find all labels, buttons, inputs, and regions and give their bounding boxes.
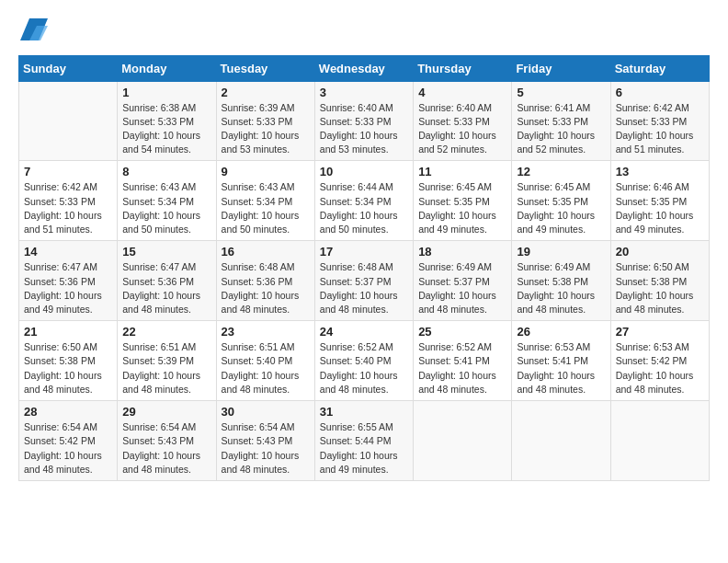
calendar-week-row: 14Sunrise: 6:47 AMSunset: 5:36 PMDayligh… <box>19 241 710 321</box>
day-number: 28 <box>24 405 112 419</box>
logo-icon <box>20 18 48 40</box>
calendar-week-row: 7Sunrise: 6:42 AMSunset: 5:33 PMDaylight… <box>19 161 710 241</box>
day-number: 18 <box>418 245 506 259</box>
day-info: Sunrise: 6:48 AMSunset: 5:36 PMDaylight:… <box>222 260 310 316</box>
calendar-cell: 5Sunrise: 6:41 AMSunset: 5:33 PMDaylight… <box>512 81 610 161</box>
calendar-header-row: SundayMondayTuesdayWednesdayThursdayFrid… <box>19 55 710 81</box>
weekday-header: Tuesday <box>216 55 314 81</box>
day-info: Sunrise: 6:43 AMSunset: 5:34 PMDaylight:… <box>122 180 210 236</box>
day-info: Sunrise: 6:42 AMSunset: 5:33 PMDaylight:… <box>24 180 112 236</box>
calendar-cell: 12Sunrise: 6:45 AMSunset: 5:35 PMDayligh… <box>512 161 610 241</box>
calendar-cell: 30Sunrise: 6:54 AMSunset: 5:43 PMDayligh… <box>216 401 314 481</box>
day-number: 29 <box>122 405 210 419</box>
day-info: Sunrise: 6:38 AMSunset: 5:33 PMDaylight:… <box>122 101 210 157</box>
calendar-cell: 28Sunrise: 6:54 AMSunset: 5:42 PMDayligh… <box>19 401 118 481</box>
day-number: 7 <box>24 165 112 178</box>
calendar-cell: 23Sunrise: 6:51 AMSunset: 5:40 PMDayligh… <box>216 321 314 401</box>
day-info: Sunrise: 6:44 AMSunset: 5:34 PMDaylight:… <box>320 180 408 236</box>
day-number: 20 <box>616 245 704 259</box>
day-number: 4 <box>418 86 506 99</box>
day-number: 3 <box>320 86 408 99</box>
calendar-cell: 26Sunrise: 6:53 AMSunset: 5:41 PMDayligh… <box>512 321 610 401</box>
day-number: 25 <box>418 325 506 339</box>
day-info: Sunrise: 6:47 AMSunset: 5:36 PMDaylight:… <box>24 260 112 316</box>
calendar-cell: 7Sunrise: 6:42 AMSunset: 5:33 PMDaylight… <box>19 161 118 241</box>
day-number: 12 <box>517 165 605 178</box>
calendar-cell: 20Sunrise: 6:50 AMSunset: 5:38 PMDayligh… <box>610 241 709 321</box>
day-info: Sunrise: 6:53 AMSunset: 5:41 PMDaylight:… <box>517 340 605 396</box>
calendar-cell: 4Sunrise: 6:40 AMSunset: 5:33 PMDaylight… <box>414 81 512 161</box>
calendar-cell: 17Sunrise: 6:48 AMSunset: 5:37 PMDayligh… <box>314 241 413 321</box>
day-number: 10 <box>320 165 408 178</box>
calendar-cell <box>512 401 610 481</box>
calendar-cell: 9Sunrise: 6:43 AMSunset: 5:34 PMDaylight… <box>216 161 314 241</box>
day-info: Sunrise: 6:50 AMSunset: 5:38 PMDaylight:… <box>616 260 704 316</box>
day-info: Sunrise: 6:51 AMSunset: 5:40 PMDaylight:… <box>222 340 310 396</box>
day-info: Sunrise: 6:45 AMSunset: 5:35 PMDaylight:… <box>517 180 605 236</box>
day-number: 8 <box>122 165 210 178</box>
day-info: Sunrise: 6:41 AMSunset: 5:33 PMDaylight:… <box>517 101 605 157</box>
weekday-header: Sunday <box>19 55 118 81</box>
day-info: Sunrise: 6:49 AMSunset: 5:37 PMDaylight:… <box>418 260 506 316</box>
calendar-cell: 1Sunrise: 6:38 AMSunset: 5:33 PMDaylight… <box>118 81 216 161</box>
calendar-cell <box>610 401 709 481</box>
calendar-cell: 29Sunrise: 6:54 AMSunset: 5:43 PMDayligh… <box>118 401 216 481</box>
logo-text <box>18 18 48 46</box>
day-info: Sunrise: 6:39 AMSunset: 5:33 PMDaylight:… <box>222 101 310 157</box>
day-info: Sunrise: 6:46 AMSunset: 5:35 PMDaylight:… <box>616 180 704 236</box>
day-number: 11 <box>418 165 506 178</box>
calendar-cell: 10Sunrise: 6:44 AMSunset: 5:34 PMDayligh… <box>314 161 413 241</box>
day-number: 2 <box>222 86 310 99</box>
day-info: Sunrise: 6:54 AMSunset: 5:42 PMDaylight:… <box>24 420 112 477</box>
weekday-header: Wednesday <box>314 55 413 81</box>
calendar-cell: 6Sunrise: 6:42 AMSunset: 5:33 PMDaylight… <box>610 81 709 161</box>
day-number: 21 <box>24 325 112 339</box>
day-info: Sunrise: 6:51 AMSunset: 5:39 PMDaylight:… <box>122 340 210 396</box>
day-info: Sunrise: 6:48 AMSunset: 5:37 PMDaylight:… <box>320 260 408 316</box>
day-info: Sunrise: 6:52 AMSunset: 5:41 PMDaylight:… <box>418 340 506 396</box>
calendar-cell: 13Sunrise: 6:46 AMSunset: 5:35 PMDayligh… <box>610 161 709 241</box>
day-number: 30 <box>222 405 310 419</box>
weekday-header: Friday <box>512 55 610 81</box>
day-number: 6 <box>616 86 704 99</box>
calendar-cell: 22Sunrise: 6:51 AMSunset: 5:39 PMDayligh… <box>118 321 216 401</box>
day-info: Sunrise: 6:50 AMSunset: 5:38 PMDaylight:… <box>24 340 112 396</box>
weekday-header: Monday <box>118 55 216 81</box>
calendar-week-row: 28Sunrise: 6:54 AMSunset: 5:42 PMDayligh… <box>19 401 710 481</box>
calendar-week-row: 21Sunrise: 6:50 AMSunset: 5:38 PMDayligh… <box>19 321 710 401</box>
calendar-cell: 3Sunrise: 6:40 AMSunset: 5:33 PMDaylight… <box>314 81 413 161</box>
day-number: 22 <box>122 325 210 339</box>
day-info: Sunrise: 6:43 AMSunset: 5:34 PMDaylight:… <box>222 180 310 236</box>
day-number: 1 <box>122 86 210 99</box>
day-info: Sunrise: 6:40 AMSunset: 5:33 PMDaylight:… <box>320 101 408 157</box>
day-number: 17 <box>320 245 408 259</box>
calendar-cell <box>19 81 118 161</box>
calendar-cell: 15Sunrise: 6:47 AMSunset: 5:36 PMDayligh… <box>118 241 216 321</box>
weekday-header: Thursday <box>414 55 512 81</box>
day-number: 16 <box>222 245 310 259</box>
day-number: 27 <box>616 325 704 339</box>
calendar-cell: 8Sunrise: 6:43 AMSunset: 5:34 PMDaylight… <box>118 161 216 241</box>
calendar-week-row: 1Sunrise: 6:38 AMSunset: 5:33 PMDaylight… <box>19 81 710 161</box>
day-info: Sunrise: 6:49 AMSunset: 5:38 PMDaylight:… <box>517 260 605 316</box>
weekday-header: Saturday <box>610 55 709 81</box>
day-info: Sunrise: 6:42 AMSunset: 5:33 PMDaylight:… <box>616 101 704 157</box>
calendar-cell: 19Sunrise: 6:49 AMSunset: 5:38 PMDayligh… <box>512 241 610 321</box>
calendar-cell: 14Sunrise: 6:47 AMSunset: 5:36 PMDayligh… <box>19 241 118 321</box>
day-number: 24 <box>320 325 408 339</box>
calendar-table: SundayMondayTuesdayWednesdayThursdayFrid… <box>18 55 710 481</box>
page-header <box>18 18 710 46</box>
calendar-cell <box>414 401 512 481</box>
day-number: 14 <box>24 245 112 259</box>
calendar-cell: 21Sunrise: 6:50 AMSunset: 5:38 PMDayligh… <box>19 321 118 401</box>
calendar-cell: 25Sunrise: 6:52 AMSunset: 5:41 PMDayligh… <box>414 321 512 401</box>
day-number: 19 <box>517 245 605 259</box>
day-info: Sunrise: 6:45 AMSunset: 5:35 PMDaylight:… <box>418 180 506 236</box>
day-info: Sunrise: 6:53 AMSunset: 5:42 PMDaylight:… <box>616 340 704 396</box>
day-info: Sunrise: 6:47 AMSunset: 5:36 PMDaylight:… <box>122 260 210 316</box>
day-info: Sunrise: 6:52 AMSunset: 5:40 PMDaylight:… <box>320 340 408 396</box>
calendar-cell: 11Sunrise: 6:45 AMSunset: 5:35 PMDayligh… <box>414 161 512 241</box>
calendar-cell: 24Sunrise: 6:52 AMSunset: 5:40 PMDayligh… <box>314 321 413 401</box>
day-number: 13 <box>616 165 704 178</box>
calendar-cell: 18Sunrise: 6:49 AMSunset: 5:37 PMDayligh… <box>414 241 512 321</box>
